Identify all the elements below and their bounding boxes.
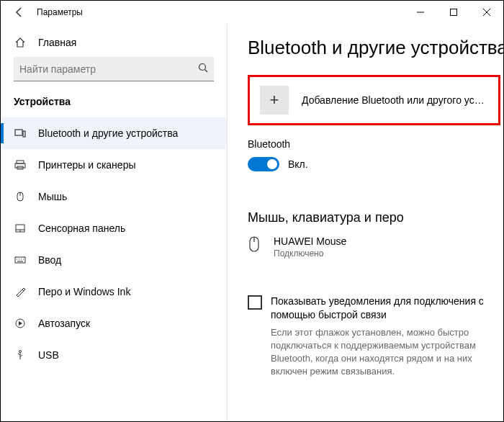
sidebar-item-pen[interactable]: Перо и Windows Ink [1,276,227,307]
bluetooth-label: Bluetooth [248,138,503,150]
printer-icon [14,159,27,171]
sidebar: Главная Устройства Bluetooth и другие ус… [1,24,228,421]
sidebar-item-label: Сенсорная панель [38,223,125,234]
svg-rect-8 [17,161,24,163]
sidebar-item-label: Ввод [38,254,61,266]
window-title: Параметры [37,7,83,17]
swift-pair-checkbox[interactable] [248,295,262,310]
maximize-button[interactable] [437,1,470,24]
pen-icon [14,286,27,297]
mouse-icon [14,191,27,202]
home-nav[interactable]: Главная [1,31,227,54]
bluetooth-toggle-state: Вкл. [288,158,308,170]
close-button[interactable] [470,1,503,24]
usb-icon [14,349,27,361]
swift-pair-hint: Если этот флажок установлен, можно быстр… [248,326,503,379]
mouse-icon [248,235,262,255]
svg-rect-1 [451,9,457,16]
minimize-button[interactable] [404,1,437,24]
search-box[interactable] [14,57,214,81]
bluetooth-toggle[interactable] [248,157,279,171]
add-device-button[interactable]: + Добавление Bluetooth или другого устро… [260,86,489,115]
sidebar-item-typing[interactable]: Ввод [1,244,227,276]
sidebar-item-mouse[interactable]: Мышь [1,181,227,212]
device-row[interactable]: HUAWEI Mouse Подключено [248,234,503,260]
search-icon [198,63,208,75]
svg-line-5 [205,70,208,73]
titlebar: Параметры [1,1,503,24]
sidebar-item-touchpad[interactable]: Сенсорная панель [1,212,227,244]
sidebar-item-label: Мышь [38,191,67,202]
swift-pair-label: Показывать уведомления для подключения с… [271,295,489,322]
home-icon [14,37,27,48]
autoplay-icon [14,318,27,329]
sidebar-item-label: USB [38,349,59,361]
sub-section-title: Мышь, клавиатура и перо [248,210,503,225]
keyboard-icon [14,254,27,266]
sidebar-item-autoplay[interactable]: Автозапуск [1,307,227,339]
svg-rect-16 [15,257,25,263]
svg-rect-6 [15,130,22,135]
back-button[interactable] [9,2,30,22]
content-pane: Bluetooth и другие устройства + Добавлен… [228,24,503,421]
plus-icon: + [260,86,289,115]
sidebar-item-label: Перо и Windows Ink [38,286,130,297]
sidebar-item-label: Автозапуск [38,318,90,329]
add-device-label: Добавление Bluetooth или другого устройс… [302,94,489,106]
sidebar-item-label: Принтеры и сканеры [38,159,135,171]
page-title: Bluetooth и другие устройства [248,37,503,59]
sidebar-item-usb[interactable]: USB [1,339,227,371]
device-name: HUAWEI Mouse [274,235,346,247]
sidebar-item-bluetooth[interactable]: Bluetooth и другие устройства [1,117,227,149]
search-input[interactable] [19,63,198,75]
sidebar-nav: Bluetooth и другие устройства Принтеры и… [1,117,227,371]
add-device-highlight: + Добавление Bluetooth или другого устро… [248,75,500,125]
device-status: Подключено [274,248,346,259]
svg-marker-23 [19,321,22,326]
sidebar-item-label: Bluetooth и другие устройства [38,127,178,139]
touchpad-icon [14,223,27,234]
home-label: Главная [38,37,76,48]
sidebar-item-printers[interactable]: Принтеры и сканеры [1,149,227,181]
svg-point-4 [199,64,206,71]
devices-icon [14,127,27,139]
sidebar-section-title: Устройства [1,91,227,117]
svg-rect-7 [23,131,25,137]
svg-rect-9 [15,163,25,168]
